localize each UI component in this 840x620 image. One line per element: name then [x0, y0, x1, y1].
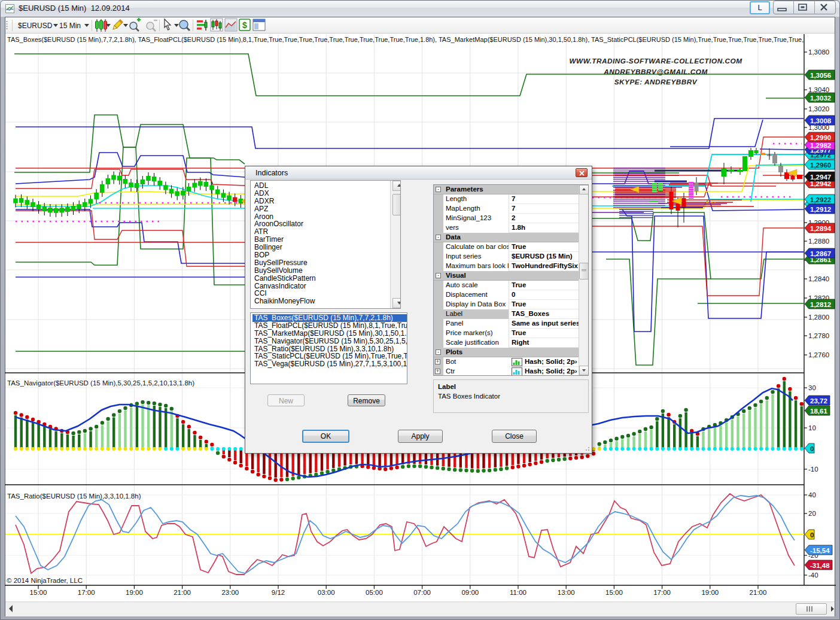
svg-text:$: $ — [242, 20, 247, 30]
